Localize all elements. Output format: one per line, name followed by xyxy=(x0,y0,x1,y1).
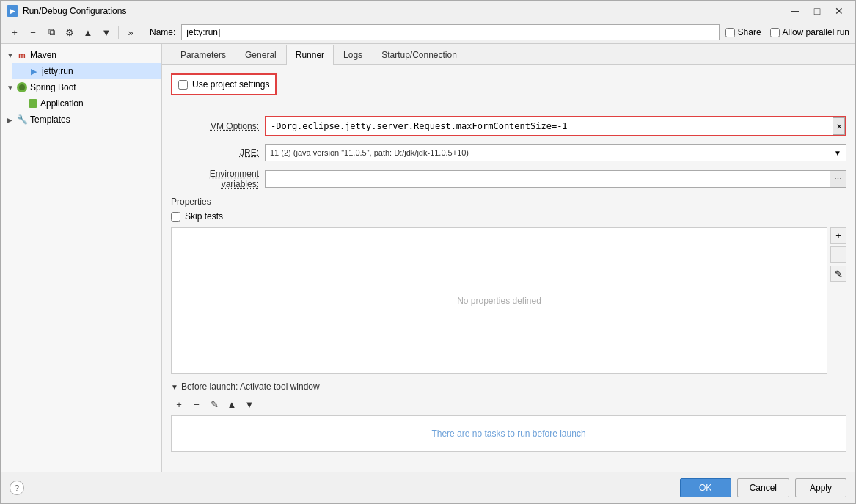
window-icon: ▶ xyxy=(7,5,18,17)
jre-dropdown-icon: ▼ xyxy=(834,149,841,157)
before-launch-label: Before launch: Activate tool window xyxy=(181,381,320,392)
name-label: Name: xyxy=(150,27,175,37)
application-icon xyxy=(29,99,37,108)
use-project-settings-checkbox[interactable] xyxy=(178,80,188,90)
maven-chevron: ▼ xyxy=(7,51,14,59)
vm-options-label: VM Options: xyxy=(171,121,259,131)
templates-chevron: ▶ xyxy=(7,116,14,124)
close-button[interactable]: ✕ xyxy=(829,4,849,18)
vm-options-clear-button[interactable]: ✕ xyxy=(833,117,845,135)
remove-config-button[interactable]: − xyxy=(25,24,41,40)
properties-remove-button[interactable]: − xyxy=(830,246,846,263)
share-checkbox-label[interactable]: Share xyxy=(725,27,761,37)
env-vars-input[interactable] xyxy=(265,170,830,188)
tab-logs[interactable]: Logs xyxy=(334,45,372,65)
skip-tests-checkbox-label[interactable]: Skip tests xyxy=(171,211,846,222)
move-up-button[interactable]: ▲ xyxy=(80,24,96,40)
tab-startup[interactable]: Startup/Connection xyxy=(372,45,467,65)
jre-select[interactable]: 11 (2) (java version "11.0.5", path: D:/… xyxy=(265,144,846,161)
copy-config-button[interactable]: ⧉ xyxy=(43,24,59,40)
application-label: Application xyxy=(40,98,84,109)
env-vars-label: Environment variables: xyxy=(171,169,259,189)
properties-table: No properties defined xyxy=(171,227,827,374)
right-panel: Parameters General Runner Logs Startup/C… xyxy=(162,44,855,472)
templates-icon: 🔧 xyxy=(17,114,27,125)
add-config-button[interactable]: + xyxy=(7,24,23,40)
apply-button[interactable]: Apply xyxy=(795,478,846,497)
help-button[interactable]: ? xyxy=(10,481,24,495)
expand-button[interactable]: » xyxy=(122,24,139,40)
settings-button[interactable]: ⚙ xyxy=(62,24,78,40)
skip-tests-checkbox[interactable] xyxy=(171,212,180,222)
main-window: ▶ Run/Debug Configurations ─ □ ✕ + − ⧉ ⚙… xyxy=(0,0,856,504)
tab-bar: Parameters General Runner Logs Startup/C… xyxy=(162,44,855,65)
footer: ? OK Cancel Apply xyxy=(1,472,855,503)
before-launch-remove-button[interactable]: − xyxy=(189,396,205,412)
properties-label: Properties xyxy=(171,197,846,207)
toolbar-separator xyxy=(118,26,119,39)
maven-subitem[interactable]: ▶ jetty:run xyxy=(12,63,161,79)
env-vars-row: Environment variables: ⋯ xyxy=(171,169,846,189)
title-controls: ─ □ ✕ xyxy=(785,4,849,18)
before-launch-message: There are no tasks to run before launch xyxy=(431,428,585,439)
before-launch-up-button[interactable]: ▲ xyxy=(224,396,240,412)
maven-config-label: jetty:run xyxy=(42,66,73,76)
use-project-settings-checkbox-label[interactable]: Use project settings xyxy=(171,73,277,95)
maven-label: Maven xyxy=(30,50,56,60)
config-tree: ▼ m Maven ▶ jetty:run ▼ Spring Boot xyxy=(1,44,161,472)
jre-label: JRE: xyxy=(171,147,259,158)
share-checkbox[interactable] xyxy=(725,28,735,37)
templates-label: Templates xyxy=(30,114,70,125)
env-vars-edit-button[interactable]: ⋯ xyxy=(830,170,846,188)
before-launch-section: ▼ Before launch: Activate tool window + … xyxy=(171,381,846,452)
use-project-settings-label: Use project settings xyxy=(192,79,269,90)
tab-general[interactable]: General xyxy=(235,45,286,65)
templates-group[interactable]: ▶ 🔧 Templates xyxy=(1,112,161,128)
spring-boot-label: Spring Boot xyxy=(30,82,76,92)
no-properties-message: No properties defined xyxy=(172,228,827,373)
before-launch-chevron-icon: ▼ xyxy=(171,383,178,391)
spring-boot-chevron: ▼ xyxy=(7,84,14,92)
before-launch-toolbar: + − ✎ ▲ ▼ xyxy=(171,396,846,412)
window-title: Run/Debug Configurations xyxy=(23,6,126,16)
maven-group[interactable]: ▼ m Maven xyxy=(1,47,161,63)
jre-row: JRE: 11 (2) (java version "11.0.5", path… xyxy=(171,144,846,161)
properties-section: Properties Skip tests No properties defi… xyxy=(171,197,846,374)
move-down-button[interactable]: ▼ xyxy=(98,24,114,40)
minimize-button[interactable]: ─ xyxy=(785,4,805,18)
skip-tests-label: Skip tests xyxy=(185,211,223,222)
tab-runner[interactable]: Runner xyxy=(286,45,334,65)
before-launch-area: There are no tasks to run before launch xyxy=(171,415,846,452)
allow-parallel-checkbox-label[interactable]: Allow parallel run xyxy=(770,27,849,37)
footer-left: ? xyxy=(10,481,24,495)
tab-parameters[interactable]: Parameters xyxy=(171,45,235,65)
properties-add-button[interactable]: + xyxy=(830,227,846,244)
footer-buttons: OK Cancel Apply xyxy=(680,478,846,497)
name-input[interactable] xyxy=(181,24,719,40)
cancel-button[interactable]: Cancel xyxy=(737,478,789,497)
before-launch-add-button[interactable]: + xyxy=(171,396,187,412)
vm-options-input[interactable] xyxy=(266,117,833,135)
maven-icon: m xyxy=(17,50,27,60)
runner-panel: Use project settings VM Options: ✕ JRE: xyxy=(162,65,855,472)
properties-toolbar: + − ✎ xyxy=(830,227,846,374)
vm-options-row: VM Options: ✕ xyxy=(171,116,846,136)
run-config-icon: ▶ xyxy=(29,66,39,76)
allow-parallel-checkbox[interactable] xyxy=(770,28,780,37)
spring-boot-icon xyxy=(17,82,27,92)
before-launch-edit-button[interactable]: ✎ xyxy=(206,396,222,412)
left-panel: ▼ m Maven ▶ jetty:run ▼ Spring Boot xyxy=(1,44,162,472)
application-item[interactable]: Application xyxy=(12,95,161,112)
ok-button[interactable]: OK xyxy=(680,478,731,497)
spring-boot-group[interactable]: ▼ Spring Boot xyxy=(1,79,161,95)
before-launch-down-button[interactable]: ▼ xyxy=(241,396,257,412)
properties-edit-button[interactable]: ✎ xyxy=(830,266,846,282)
title-bar: ▶ Run/Debug Configurations ─ □ ✕ xyxy=(1,1,855,21)
before-launch-header[interactable]: ▼ Before launch: Activate tool window xyxy=(171,381,846,392)
maximize-button[interactable]: □ xyxy=(807,4,827,18)
